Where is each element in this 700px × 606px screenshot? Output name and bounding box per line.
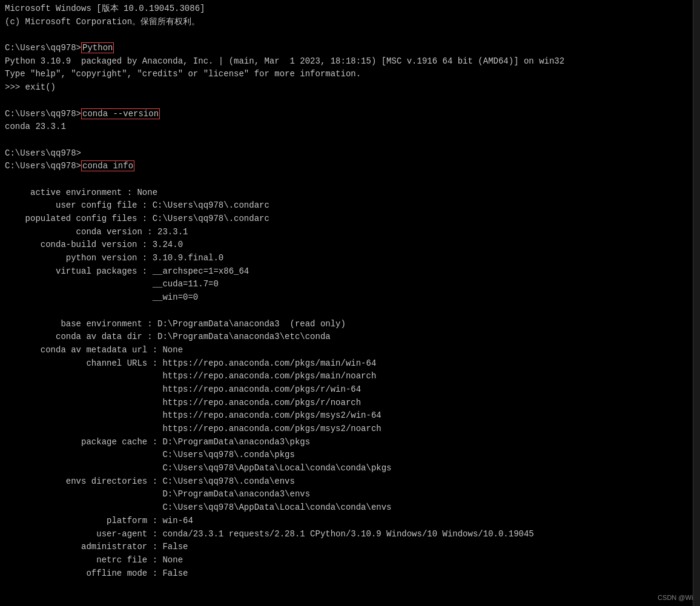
- conda-version-command: conda --version: [81, 108, 160, 119]
- line-empty-6: [5, 593, 695, 606]
- line-exit: >>> exit(): [5, 81, 695, 94]
- info-populated-config: populated config files : C:\Users\qq978\…: [5, 212, 695, 226]
- line-empty-1: [5, 94, 695, 108]
- info-python-version: python version : 3.10.9.final.0: [5, 252, 695, 265]
- info-channel-urls-5: https://repo.anaconda.com/pkgs/msys2/win…: [5, 409, 695, 423]
- info-conda-av-metadata: conda av metadata url : None: [5, 344, 695, 357]
- info-channel-urls-2: https://repo.anaconda.com/pkgs/main/noar…: [5, 370, 695, 383]
- line-empty-5: [5, 580, 695, 593]
- info-envs-dir-2: D:\ProgramData\anaconda3\envs: [5, 488, 695, 501]
- info-channel-urls-4: https://repo.anaconda.com/pkgs/r/noarch: [5, 397, 695, 410]
- line-2: (c) Microsoft Corporation。保留所有权利。: [5, 16, 695, 29]
- info-pkg-cache-1: package cache : D:\ProgramData\anaconda3…: [5, 436, 695, 449]
- python-command: Python: [81, 42, 114, 53]
- info-base-env: base environment : D:\ProgramData\anacon…: [5, 318, 695, 331]
- info-virtual-packages-1: virtual packages : __archspec=1=x86_64: [5, 265, 695, 278]
- info-netrc: netrc file : None: [5, 554, 695, 567]
- info-platform: platform : win-64: [5, 515, 695, 528]
- terminal-window: Microsoft Windows [版本 10.0.19045.3086] (…: [0, 0, 700, 606]
- line-python-version: Python 3.10.9 packaged by Anaconda, Inc.…: [5, 55, 695, 68]
- info-admin: administrator : False: [5, 541, 695, 554]
- info-active-env: active environment : None: [5, 186, 695, 200]
- info-conda-av-data: conda av data dir : D:\ProgramData\anaco…: [5, 331, 695, 344]
- info-channel-urls-3: https://repo.anaconda.com/pkgs/r/win-64: [5, 383, 695, 397]
- info-virtual-packages-2: __cuda=11.7=0: [5, 278, 695, 291]
- info-pkg-cache-2: C:\Users\qq978\.conda\pkgs: [5, 449, 695, 462]
- line-3: [5, 28, 695, 42]
- line-python-cmd: C:\Users\qq978>Python: [5, 42, 695, 55]
- line-conda-info-cmd: C:\Users\qq978>conda info: [5, 160, 695, 173]
- info-offline: offline mode : False: [5, 567, 695, 581]
- info-user-agent: user-agent : conda/23.3.1 requests/2.28.…: [5, 528, 695, 541]
- watermark: CSDN @Wi-: [658, 594, 695, 601]
- info-conda-version: conda version : 23.3.1: [5, 226, 695, 239]
- info-channel-urls-6: https://repo.anaconda.com/pkgs/msys2/noa…: [5, 423, 695, 436]
- prompt-3: C:\Users\qq978>: [5, 161, 81, 171]
- info-envs-dir-1: envs directories : C:\Users\qq978\.conda…: [5, 475, 695, 489]
- line-conda-version-cmd: C:\Users\qq978>conda --version: [5, 108, 695, 121]
- prompt-2: C:\Users\qq978>: [5, 109, 81, 119]
- line-conda-version-output: conda 23.3.1: [5, 120, 695, 134]
- line-empty-2: [5, 134, 695, 147]
- info-pkg-cache-3: C:\Users\qq978\AppData\Local\conda\conda…: [5, 462, 695, 475]
- info-envs-dir-3: C:\Users\qq978\AppData\Local\conda\conda…: [5, 501, 695, 515]
- conda-info-command: conda info: [81, 160, 134, 171]
- info-channel-urls-1: channel URLs : https://repo.anaconda.com…: [5, 357, 695, 371]
- prompt: C:\Users\qq978>: [5, 43, 81, 53]
- line-empty-4: [5, 305, 695, 318]
- info-virtual-packages-3: __win=0=0: [5, 291, 695, 305]
- line-help-hint: Type "help", "copyright", "credits" or "…: [5, 68, 695, 81]
- line-empty-3: [5, 173, 695, 186]
- info-conda-build: conda-build version : 3.24.0: [5, 239, 695, 252]
- info-user-config: user config file : C:\Users\qq978\.conda…: [5, 199, 695, 212]
- line-prompt-blank: C:\Users\qq978>: [5, 147, 695, 160]
- line-1: Microsoft Windows [版本 10.0.19045.3086]: [5, 2, 695, 16]
- right-scrollbar-area: [693, 0, 700, 606]
